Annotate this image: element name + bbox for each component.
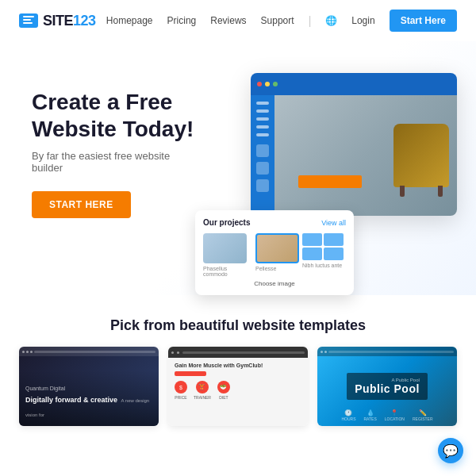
- tmpl3-clock-icon: 🕐: [344, 409, 352, 416]
- sidebar-icon-4: [256, 125, 269, 129]
- template-content-2: Gain More Muscle with GymClub! $ PRICE 🏋: [168, 358, 308, 405]
- sidebar-icon-btn-2: [256, 162, 269, 175]
- nav-reviews[interactable]: Reviews: [210, 15, 246, 26]
- tmpl2-label-2: TRAINER: [194, 395, 211, 400]
- nav-homepage[interactable]: Homepage: [106, 15, 153, 26]
- card-choose-label: Choose image: [203, 280, 346, 287]
- tmpl2-icon-diet: 🥗 DIET: [217, 381, 230, 400]
- website-mockup: [251, 73, 457, 216]
- navbar: SITE123 Homepage Pricing Reviews Support…: [0, 0, 476, 41]
- hero-illustration: Our projects View all Phasellus commodo …: [203, 73, 457, 279]
- sidebar-icon-3: [256, 117, 269, 121]
- card-grid-cell-2: [324, 233, 344, 246]
- tmpl2-dot-1: [171, 351, 174, 354]
- tmpl2-dot-2: [177, 351, 179, 354]
- card-image-grid: [302, 233, 346, 260]
- hero-subtitle: By far the easiest free website builder: [32, 150, 203, 174]
- chair-body: [393, 124, 449, 187]
- nav-support[interactable]: Support: [261, 15, 294, 26]
- tmpl3-info-register: ✏️ REGISTER: [413, 409, 433, 421]
- card-image-selected: [255, 233, 299, 263]
- tmpl2-circle-2: 🏋: [196, 381, 209, 393]
- hero-left: Create a Free Website Today! By far the …: [32, 73, 203, 218]
- card-image-2-wrap: Pellesse: [255, 233, 299, 277]
- nav-pricing[interactable]: Pricing: [167, 15, 197, 26]
- tmpl3-dot-1: [321, 351, 323, 353]
- svg-rect-0: [23, 16, 34, 17]
- login-link[interactable]: Login: [351, 15, 374, 26]
- card-image-1: Phasellus commodo: [203, 233, 252, 277]
- tmpl2-label-1: PRICE: [175, 395, 186, 400]
- template-topbar-3: [317, 347, 457, 356]
- card-caption-3: Nibh luctus ante: [302, 263, 346, 268]
- tmpl2-icon-1: $: [179, 385, 182, 390]
- hero-cta-button[interactable]: START HERE: [32, 191, 131, 218]
- tmpl1-dot-3: [30, 351, 33, 353]
- globe-icon[interactable]: 🌐: [325, 15, 337, 26]
- projects-card: Our projects View all Phasellus commodo …: [195, 210, 354, 295]
- card-image-3-wrap: Nibh luctus ante: [302, 233, 346, 277]
- tmpl2-headline: Gain More Muscle with GymClub!: [175, 363, 301, 368]
- card-header: Our projects View all: [203, 218, 346, 227]
- tmpl2-icon-2: 🏋: [198, 384, 205, 390]
- tmpl2-accent-bar: [175, 371, 206, 376]
- nav-cta-button[interactable]: Start Here: [390, 10, 457, 32]
- card-image-living: [203, 233, 247, 263]
- template-topbar-2: [168, 347, 308, 358]
- template-card-1[interactable]: Quantum Digital Digitally forward & crea…: [19, 347, 159, 426]
- chair-illustration: [393, 124, 449, 187]
- tmpl3-register-label: REGISTER: [413, 416, 433, 421]
- card-caption-1: Phasellus commodo: [203, 266, 252, 277]
- tmpl1-tagline: Digitally forward & creative: [25, 396, 117, 404]
- tmpl1-dot-1: [22, 351, 25, 353]
- template-text-1: Quantum Digital Digitally forward & crea…: [25, 386, 152, 420]
- tmpl3-info-row: 🕐 HOURS 💧 RATES 📍 LOCATION ✏️ REGISTER: [317, 409, 457, 421]
- mockup-dot-yellow: [265, 82, 270, 86]
- hero-title: Create a Free Website Today!: [32, 89, 203, 142]
- card-view-all-link[interactable]: View all: [321, 219, 346, 227]
- template-card-3[interactable]: A Public Pool Public Pool 🕐 HOURS 💧 RATE…: [317, 347, 457, 426]
- template-topbar-1: [19, 347, 159, 356]
- template-card-2[interactable]: Gain More Muscle with GymClub! $ PRICE 🏋: [168, 347, 308, 426]
- tmpl2-circle-1: $: [175, 381, 187, 393]
- card-grid-row-2: [302, 248, 346, 260]
- tmpl2-icons: $ PRICE 🏋 TRAINER 🥗: [175, 381, 301, 400]
- templates-grid: Quantum Digital Digitally forward & crea…: [19, 347, 457, 426]
- tmpl3-info-rates: 💧 RATES: [363, 409, 376, 421]
- templates-title: Pick from beautiful website templates: [19, 317, 457, 334]
- svg-rect-1: [23, 19, 31, 21]
- tmpl2-icon-trainer: 🏋 TRAINER: [194, 381, 211, 400]
- template-preview-3: A Public Pool Public Pool 🕐 HOURS 💧 RATE…: [317, 347, 457, 426]
- mockup-content: [274, 95, 457, 216]
- tmpl2-circle-3: 🥗: [217, 381, 230, 393]
- tmpl3-info-location: 📍 LOCATION: [385, 409, 405, 421]
- mockup-accent-bar: [298, 175, 362, 188]
- nav-separator: |: [309, 14, 312, 27]
- mockup-image-area: [274, 95, 457, 216]
- chair-leg-right: [438, 186, 443, 197]
- templates-section: Pick from beautiful website templates Qu…: [0, 295, 476, 439]
- card-grid-cell-1: [302, 233, 322, 246]
- tmpl3-dollar-icon: 💧: [367, 409, 374, 416]
- hero-section: Create a Free Website Today! By far the …: [0, 41, 476, 295]
- tmpl3-dot-2: [324, 351, 327, 353]
- template-preview-2: Gain More Muscle with GymClub! $ PRICE 🏋: [168, 347, 308, 426]
- tmpl2-urlbar: [182, 351, 305, 354]
- sidebar-icon-1: [256, 102, 269, 105]
- template-preview-1: Quantum Digital Digitally forward & crea…: [19, 347, 159, 426]
- tmpl3-register-icon: ✏️: [419, 409, 427, 416]
- mockup-dot-red: [257, 82, 262, 86]
- logo-text: SITE123: [43, 13, 96, 29]
- card-images: Phasellus commodo Pellesse: [203, 233, 346, 277]
- card-title: Our projects: [203, 218, 250, 227]
- tmpl1-urlbar: [34, 351, 155, 353]
- tmpl3-rates-label: RATES: [363, 416, 376, 421]
- tmpl1-brand: Quantum Digital: [25, 386, 152, 391]
- mockup-sidebar: [251, 95, 274, 216]
- tmpl2-label-3: DIET: [219, 395, 228, 400]
- chat-bubble-button[interactable]: 💬: [438, 438, 463, 463]
- card-grid-cell-3: [302, 248, 322, 260]
- tmpl2-icon-price: $ PRICE: [175, 381, 187, 400]
- sidebar-icon-btn-1: [256, 144, 269, 157]
- chat-icon: 💬: [443, 443, 459, 459]
